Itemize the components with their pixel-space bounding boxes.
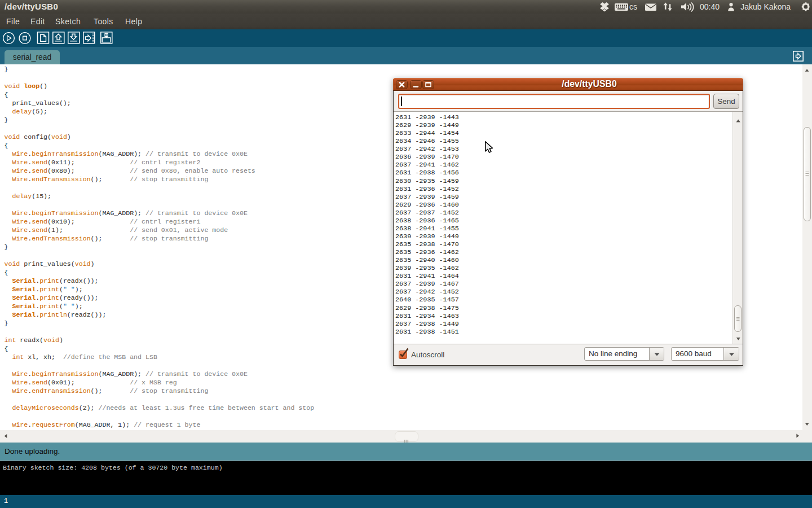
svg-text:cs: cs <box>629 2 637 11</box>
